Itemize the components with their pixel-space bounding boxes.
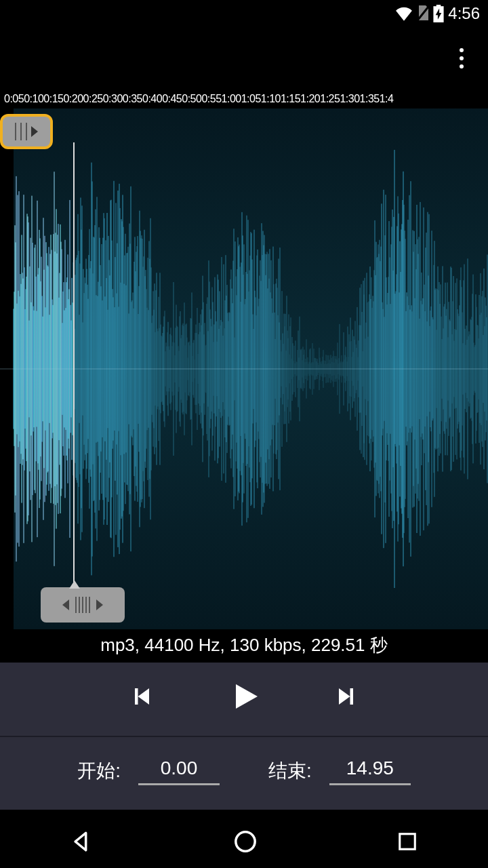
status-bar: 4:56 bbox=[0, 0, 488, 27]
selection-end-handle[interactable] bbox=[41, 587, 125, 623]
battery-charging-icon bbox=[433, 5, 444, 22]
back-button[interactable] bbox=[70, 830, 94, 853]
end-time-input[interactable]: 14.95 bbox=[329, 756, 411, 785]
recent-apps-button[interactable] bbox=[397, 831, 418, 852]
end-label: 结束: bbox=[268, 758, 312, 784]
time-inputs: 开始: 0.00 结束: 14.95 bbox=[0, 737, 488, 810]
home-button[interactable] bbox=[234, 830, 257, 853]
app-bar bbox=[0, 27, 488, 90]
navigation-bar bbox=[0, 815, 488, 868]
svg-point-3 bbox=[236, 832, 255, 851]
start-label: 开始: bbox=[77, 758, 121, 784]
svg-rect-2 bbox=[436, 5, 441, 7]
chevron-left-icon bbox=[62, 599, 69, 610]
selection-end-marker[interactable] bbox=[73, 142, 75, 595]
skip-previous-button[interactable] bbox=[129, 684, 153, 709]
overflow-menu-icon[interactable] bbox=[454, 43, 469, 74]
control-panel: 开始: 0.00 结束: 14.95 bbox=[0, 663, 488, 810]
file-info-label: mp3, 44100 Hz, 130 kbps, 229.51 秒 bbox=[0, 629, 488, 663]
selection-start-handle[interactable] bbox=[0, 114, 53, 149]
chevron-right-icon bbox=[31, 126, 38, 137]
wifi-icon bbox=[395, 6, 413, 21]
svg-rect-4 bbox=[400, 834, 415, 850]
skip-next-button[interactable] bbox=[335, 684, 359, 709]
clock: 4:56 bbox=[448, 4, 480, 23]
no-sim-icon bbox=[415, 5, 430, 22]
play-button[interactable] bbox=[228, 680, 260, 713]
start-time-input[interactable]: 0.00 bbox=[138, 756, 220, 785]
waveform-editor[interactable] bbox=[0, 108, 488, 629]
time-ruler[interactable]: 0:050:100:150:200:250:300:350:400:450:50… bbox=[0, 90, 488, 108]
playback-controls bbox=[0, 663, 488, 736]
chevron-right-icon bbox=[96, 599, 103, 610]
